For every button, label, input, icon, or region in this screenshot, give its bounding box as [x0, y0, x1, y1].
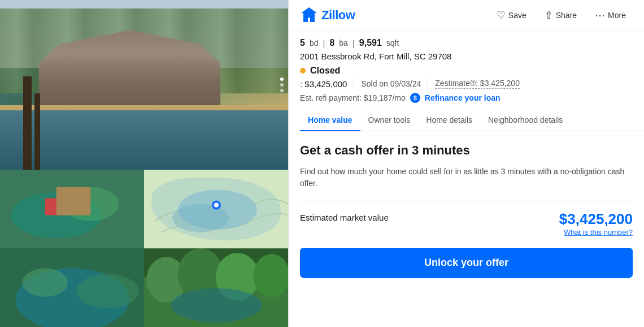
- what-is-number-link[interactable]: What is this number?: [559, 228, 633, 236]
- tab-home-value[interactable]: Home value: [300, 110, 360, 131]
- refinance-link[interactable]: Refinance your loan: [425, 93, 501, 102]
- market-value-right: $3,425,200 What is this number?: [559, 210, 633, 236]
- property-stats: 5 bd | 8 ba | 9,591 sqft: [300, 38, 633, 48]
- save-button[interactable]: ♡ Save: [490, 6, 533, 25]
- cash-offer-desc: Find out how much your home could sell f…: [300, 166, 633, 190]
- market-value-label: Estimated market value: [300, 213, 389, 222]
- sqft-unit: sqft: [386, 38, 399, 48]
- status-indicator: [300, 68, 306, 74]
- bed-count: 5: [300, 38, 305, 48]
- more-icon: ⋯: [595, 9, 605, 21]
- svg-point-19: [253, 254, 288, 298]
- market-value-row: Estimated market value $3,425,200 What i…: [300, 201, 633, 236]
- tab-home-details[interactable]: Home details: [418, 110, 480, 131]
- zillow-logo-text: Zillow: [321, 8, 355, 23]
- status-badge: Closed: [310, 66, 340, 76]
- zillow-logo: Zillow: [300, 6, 355, 24]
- unlock-offer-button[interactable]: Unlock your offer: [300, 248, 633, 278]
- property-address: 2001 Bessbrook Rd, Fort Mill, SC 29708: [300, 51, 633, 61]
- property-info: 5 bd | 8 ba | 9,591 sqft 2001 Bessbrook …: [289, 31, 644, 107]
- scroll-indicator: [280, 78, 284, 92]
- svg-point-20: [171, 289, 262, 322]
- header-actions: ♡ Save ⇧ Share ⋯ More: [490, 6, 633, 25]
- status-row: Closed: [300, 66, 633, 76]
- heart-icon: ♡: [497, 9, 506, 21]
- svg-point-12: [22, 268, 68, 296]
- share-icon: ⇧: [545, 9, 553, 21]
- svg-point-13: [76, 274, 139, 308]
- price-row: : $3,425,000 Sold on 09/03/24 Zestimate®…: [300, 78, 633, 89]
- thumbnail-aerial-1[interactable]: [0, 170, 144, 248]
- bed-unit: bd: [310, 38, 319, 48]
- zestimate-value: Zestimate®: $3,425,200: [435, 79, 520, 89]
- zillow-header: Zillow ♡ Save ⇧ Share ⋯ More: [289, 0, 644, 31]
- image-panel: ⌄: [0, 0, 288, 327]
- thumbnail-map[interactable]: [144, 170, 288, 248]
- cash-offer-title: Get a cash offer in 3 minutes: [300, 143, 633, 159]
- content-area: Get a cash offer in 3 minutes Find out h…: [289, 131, 644, 327]
- tab-owner-tools[interactable]: Owner tools: [360, 110, 419, 131]
- thumbnail-trees[interactable]: [144, 248, 288, 327]
- share-button[interactable]: ⇧ Share: [538, 6, 584, 25]
- svg-point-7: [172, 204, 229, 233]
- detail-panel: Zillow ♡ Save ⇧ Share ⋯ More 5 bd | 8 ba…: [288, 0, 644, 327]
- svg-rect-4: [56, 187, 90, 215]
- thumbnail-aerial-2[interactable]: [0, 248, 144, 327]
- tab-neighborhood-details[interactable]: Neighborhood details: [480, 110, 571, 131]
- more-button[interactable]: ⋯ More: [588, 6, 633, 25]
- main-property-image[interactable]: ⌄: [0, 0, 288, 170]
- sold-price: : $3,425,000: [300, 79, 347, 89]
- sold-date: Sold on 09/03/24: [361, 79, 421, 88]
- market-value-price: $3,425,200: [559, 210, 633, 228]
- refi-icon: $: [410, 93, 420, 103]
- sqft-value: 9,591: [359, 38, 382, 48]
- refi-payment-label: Est. refi payment: $19,187/mo: [300, 93, 406, 102]
- zillow-logo-icon: [300, 6, 318, 24]
- svg-point-9: [214, 203, 219, 208]
- bath-unit: ba: [339, 38, 348, 48]
- refi-row: Est. refi payment: $19,187/mo $ Refinanc…: [300, 93, 633, 103]
- tabs-row: Home value Owner tools Home details Neig…: [289, 110, 644, 131]
- bath-count: 8: [329, 38, 334, 48]
